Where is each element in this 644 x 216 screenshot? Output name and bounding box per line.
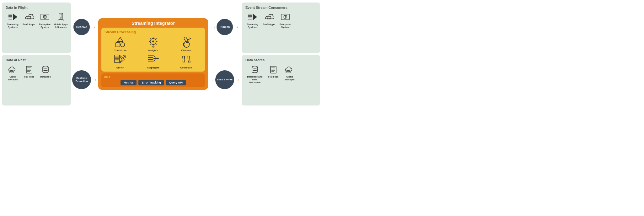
main-container: Data in Flight StreamingSys <box>0 0 322 108</box>
streaming-integrator-panel: Streaming Integrator Stream Processing <box>98 18 208 90</box>
enterprise-system-label-right: EnterpriseSystem <box>279 23 291 29</box>
svg-rect-15 <box>60 14 62 17</box>
list-item: StreamingSystems <box>245 12 260 29</box>
saas-icon-right: Apps <box>264 12 274 22</box>
list-item: EnterpriseSystem <box>38 12 52 29</box>
publish-node-group: → Publish → <box>210 19 239 35</box>
cleanse-label: Cleanse <box>181 49 191 52</box>
svg-point-28 <box>121 43 125 47</box>
svg-text:Apps: Apps <box>26 17 31 19</box>
utils-buttons: Metrics Error Tracking Query API <box>104 80 202 85</box>
insights-icon <box>147 36 159 48</box>
saas-icon: Apps <box>24 12 34 22</box>
enterprise-icon-right <box>280 12 290 22</box>
load-write-node-group: → Load & Write → <box>209 70 240 89</box>
flat-files-icon-right <box>268 64 278 74</box>
streaming-icon-right <box>248 12 258 22</box>
stream-processing-box: Stream Processing Transfrom <box>101 28 205 72</box>
list-item: StreamingSystems <box>6 12 20 29</box>
list-item: Flat Files <box>266 64 281 78</box>
realtime-extraction-node: Realtime Extraction <box>72 70 91 89</box>
svg-marker-26 <box>118 37 123 41</box>
cleanse-icon <box>180 36 192 48</box>
list-item: Flat Files <box>22 64 36 78</box>
svg-text:Apps: Apps <box>267 17 271 19</box>
left-nodes: Receive → Realtime Extraction → <box>72 3 97 105</box>
publish-node: Publish <box>217 19 233 35</box>
data-at-rest-box: Data at Rest CloudStorages <box>2 55 71 105</box>
svg-line-35 <box>150 38 151 39</box>
load-write-node: Load & Write <box>215 70 234 89</box>
data-stores-box: Data Stores Database and DataWerhouse <box>242 55 320 105</box>
event-stream-icons: StreamingSystems Apps SaaS Apps <box>245 12 317 29</box>
data-in-flight-title: Data in Flight <box>6 6 68 9</box>
streaming-systems-label-right: StreamingSystems <box>247 23 259 29</box>
list-item: Mobile Apps& Sensors <box>54 12 68 29</box>
data-stores-title: Data Stores <box>245 58 317 62</box>
realtime-arrow: → <box>92 77 97 83</box>
database-icon-right <box>250 64 260 74</box>
utils-bar: Utils Metrics Error Tracking Query API <box>101 73 205 87</box>
list-item: Cleanse <box>170 36 202 52</box>
realtime-node-group: Realtime Extraction → <box>72 70 97 89</box>
svg-point-10 <box>44 16 46 18</box>
data-in-flight-icons: StreamingSystems Apps SaaS Apps <box>6 12 68 29</box>
right-nodes: → Publish → → Load & Write → <box>209 3 240 105</box>
receive-node: Receive <box>73 19 90 35</box>
error-tracking-button[interactable]: Error Tracking <box>138 80 164 85</box>
receive-node-group: Receive → <box>73 19 96 35</box>
event-stream-consumers-title: Event Stream Consumers <box>245 6 317 9</box>
data-at-rest-title: Data at Rest <box>6 58 68 62</box>
stream-processing-grid: Transfrom <box>105 36 202 69</box>
svg-marker-5 <box>13 14 17 20</box>
publish-left-arrow: → <box>210 24 216 30</box>
event-stream-consumers-box: Event Stream Consumers Stre <box>242 3 320 53</box>
flat-files-label-right: Flat Files <box>268 75 279 78</box>
svg-rect-20 <box>26 66 32 73</box>
svg-rect-27 <box>116 43 120 47</box>
saas-apps-label-right: SaaS Apps <box>263 23 275 26</box>
center-area: Receive → Realtime Extraction → Streamin… <box>72 3 240 105</box>
database-and-dw-label: Database and DataWerhouse <box>245 75 264 84</box>
data-stores-icons: Database and DataWerhouse Flat Files <box>245 64 317 84</box>
streaming-icon <box>8 12 18 22</box>
load-right-arrow: → <box>235 77 240 83</box>
receive-arrow: → <box>90 24 96 30</box>
correlate-icon <box>180 53 192 66</box>
list-item: EnterpriseSystem <box>278 12 292 29</box>
data-at-rest-icons: CloudStorages Flat Files <box>6 64 68 81</box>
aggregate-label: Aggregate <box>147 66 159 69</box>
mobile-icon <box>56 12 66 22</box>
right-panel: Event Stream Consumers Stre <box>242 3 320 105</box>
svg-point-30 <box>152 40 154 42</box>
cloud-storages-label-right: CloudStorages <box>285 75 295 81</box>
load-left-arrow: → <box>209 77 215 83</box>
flat-files-icon-left <box>24 64 34 74</box>
svg-line-38 <box>150 44 151 45</box>
list-item: CloudStorages <box>6 64 20 81</box>
list-item: Enrich <box>105 53 136 69</box>
metrics-button[interactable]: Metrics <box>121 80 137 85</box>
aggregate-icon <box>147 53 159 66</box>
data-in-flight-box: Data in Flight StreamingSys <box>2 3 71 53</box>
svg-point-71 <box>285 16 286 18</box>
list-item: Aggregate <box>137 53 169 69</box>
list-item: Database and DataWerhouse <box>245 64 264 84</box>
flat-files-label-left: Flat Files <box>24 75 35 78</box>
cloud-storages-label-left: CloudStorages <box>8 75 18 81</box>
svg-rect-75 <box>271 66 276 73</box>
list-item: Database <box>38 64 53 78</box>
transform-icon <box>114 36 126 48</box>
enrich-icon <box>114 53 126 66</box>
list-item: Transfrom <box>105 36 136 52</box>
svg-marker-60 <box>158 57 159 59</box>
list-item: Insights <box>137 36 169 52</box>
database-icon-left <box>40 64 51 74</box>
streaming-systems-label: StreamingSystems <box>7 23 19 29</box>
mobile-apps-label: Mobile Apps& Sensors <box>54 23 67 29</box>
query-api-button[interactable]: Query API <box>166 80 186 85</box>
left-panel: Data in Flight StreamingSys <box>2 3 71 105</box>
insights-label: Insights <box>148 49 158 52</box>
database-label-left: Database <box>40 75 51 78</box>
enrich-label: Enrich <box>116 66 124 69</box>
